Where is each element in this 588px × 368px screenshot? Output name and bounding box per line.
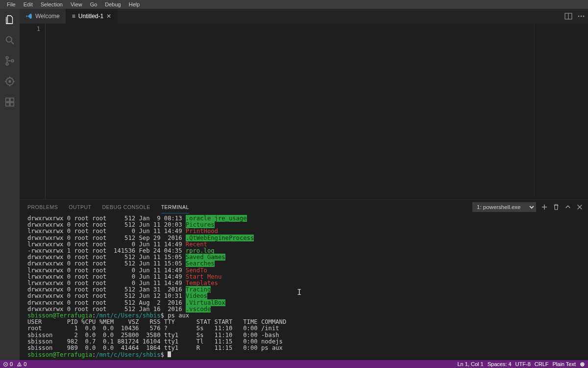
menu-help[interactable]: Help <box>125 0 144 8</box>
menu-view[interactable]: View <box>67 0 86 8</box>
panel-tab-terminal[interactable]: TERMINAL <box>161 201 189 213</box>
debug-icon[interactable] <box>4 76 16 87</box>
svg-rect-13 <box>6 103 9 106</box>
line-gutter: 1 <box>20 24 45 199</box>
file-lines-icon: ≡ <box>72 13 75 20</box>
svg-point-0 <box>6 37 12 42</box>
svg-point-2 <box>6 56 8 59</box>
close-tab-icon[interactable]: ✕ <box>106 13 111 20</box>
status-language[interactable]: Plain Text <box>553 361 576 367</box>
minimap[interactable] <box>534 24 588 199</box>
status-errors-count: 0 <box>10 361 13 367</box>
svg-point-28 <box>19 365 20 366</box>
editor-body[interactable] <box>45 24 534 199</box>
svg-line-1 <box>11 42 14 45</box>
menu-edit[interactable]: Edit <box>20 0 37 8</box>
status-errors[interactable]: 0 <box>3 361 13 367</box>
status-spaces[interactable]: Spaces: 4 <box>488 361 512 367</box>
tab-welcome[interactable]: Welcome <box>20 9 66 24</box>
status-encoding[interactable]: UTF-8 <box>515 361 531 367</box>
panel-tab-debug-console[interactable]: DEBUG CONSOLE <box>102 201 150 213</box>
search-icon[interactable] <box>4 34 16 46</box>
svg-rect-12 <box>10 98 14 102</box>
svg-rect-14 <box>10 103 14 106</box>
svg-point-3 <box>6 63 8 65</box>
menu-go[interactable]: Go <box>86 0 101 8</box>
tab-bar: Welcome ≡ Untitled-1 ✕ <box>20 9 588 24</box>
line-number-1: 1 <box>37 26 40 32</box>
svg-point-10 <box>9 80 11 82</box>
files-icon[interactable] <box>4 14 16 26</box>
extensions-icon[interactable] <box>4 96 16 108</box>
split-editor-icon[interactable] <box>564 12 572 20</box>
more-actions-icon[interactable] <box>577 12 585 20</box>
tab-welcome-label: Welcome <box>35 13 60 20</box>
activity-bar <box>0 9 20 360</box>
svg-point-30 <box>582 363 582 364</box>
terminal-output[interactable]: drwxrwxrwx 0 root root 512 Jan 9 08:13 .… <box>20 214 588 360</box>
svg-point-19 <box>583 16 585 17</box>
menu-debug[interactable]: Debug <box>101 0 124 8</box>
svg-point-17 <box>578 16 580 17</box>
menu-selection[interactable]: Selection <box>37 0 67 8</box>
panel-tab-bar: PROBLEMS OUTPUT DEBUG CONSOLE TERMINAL 1… <box>20 200 588 214</box>
panel-tab-output[interactable]: OUTPUT <box>69 201 91 213</box>
menu-file[interactable]: File <box>3 0 20 8</box>
status-eol[interactable]: CRLF <box>535 361 549 367</box>
editor-area[interactable]: 1 <box>20 24 588 199</box>
svg-rect-11 <box>6 98 9 102</box>
kill-terminal-icon[interactable] <box>553 204 560 210</box>
svg-point-4 <box>11 60 14 62</box>
status-warnings-count: 0 <box>24 361 26 367</box>
menu-bar: File Edit Selection View Go Debug Help <box>0 0 588 9</box>
status-warnings[interactable]: 0 <box>17 361 26 367</box>
panel-tab-problems[interactable]: PROBLEMS <box>27 201 58 213</box>
svg-point-29 <box>580 362 584 366</box>
source-control-icon[interactable] <box>4 55 16 67</box>
panel: PROBLEMS OUTPUT DEBUG CONSOLE TERMINAL 1… <box>20 199 588 360</box>
terminal-selector[interactable]: 1: powershell.exe <box>472 202 536 212</box>
close-panel-icon[interactable] <box>576 204 583 210</box>
svg-point-31 <box>583 363 583 364</box>
new-terminal-icon[interactable] <box>541 204 548 210</box>
status-bar: 0 0 Ln 1, Col 1 Spaces: 4 UTF-8 CRLF Pla… <box>0 360 588 368</box>
vs-logo-icon <box>25 13 32 20</box>
maximize-panel-icon[interactable] <box>564 204 571 210</box>
tab-untitled-1-label: Untitled-1 <box>78 13 103 20</box>
svg-point-18 <box>581 16 582 17</box>
tab-untitled-1[interactable]: ≡ Untitled-1 ✕ <box>66 9 118 24</box>
status-feedback-icon[interactable] <box>580 362 585 367</box>
status-line-col[interactable]: Ln 1, Col 1 <box>457 361 483 367</box>
text-cursor-icon: I <box>297 289 302 295</box>
